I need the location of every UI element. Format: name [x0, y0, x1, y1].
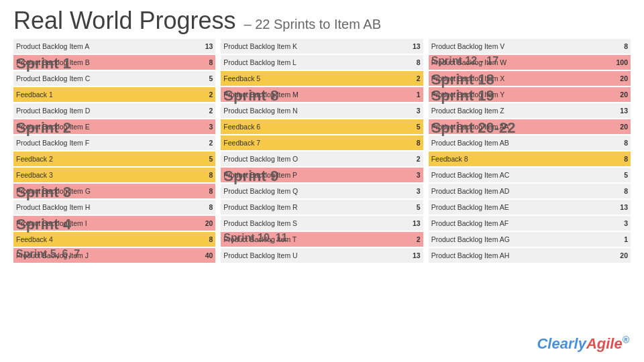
table-row: Product Backlog Item O2: [221, 152, 423, 166]
brand-logo: ClearlyAgile®: [537, 335, 629, 353]
row-label: Product Backlog Item AH: [431, 251, 613, 260]
row-number: 5: [198, 74, 213, 82]
row-label: Feedback 1: [16, 90, 198, 99]
page-title: Real World Progress – 22 Sprints to Item…: [0, 0, 644, 39]
row-number: 2: [198, 139, 213, 147]
row-label: Product Backlog Item K: [223, 42, 405, 51]
table-row: Product Backlog Item L8: [221, 55, 423, 70]
row-number: 2: [406, 155, 421, 163]
row-label: Product Backlog Item P: [223, 171, 405, 180]
row-number: 2: [406, 235, 421, 243]
row-label: Feedback 4: [16, 235, 198, 244]
row-label: Product Backlog Item T: [223, 235, 405, 244]
row-number: 13: [613, 203, 628, 211]
row-label: Product Backlog Item I: [16, 219, 198, 228]
row-number: 3: [613, 219, 628, 227]
row-number: 2: [198, 90, 213, 99]
table-row: Product Backlog Item AF3: [429, 216, 631, 231]
row-label: Product Backlog Item A: [16, 42, 198, 51]
row-label: Feedback 5: [223, 74, 405, 83]
row-number: 13: [406, 251, 421, 259]
table-row: Product Backlog Item T2: [221, 232, 423, 247]
table-row: Product Backlog Item C5: [13, 71, 215, 86]
brand-clearly: Clearly: [537, 335, 586, 352]
row-label: Product Backlog Item J: [16, 251, 198, 260]
row-number: 20: [198, 219, 213, 227]
row-label: Product Backlog Item AF: [431, 219, 613, 228]
title-subtitle: – 22 Sprints to Item AB: [244, 17, 381, 32]
table-row: Feedback 78: [221, 135, 423, 150]
table-row: Product Backlog Item Y20: [429, 87, 631, 102]
row-number: 13: [406, 42, 421, 50]
table-row: Product Backlog Item X20: [429, 71, 631, 86]
row-number: 20: [613, 90, 628, 99]
row-number: 13: [198, 42, 213, 50]
row-label: Feedback 6: [223, 123, 405, 131]
row-label: Product Backlog Item AA: [431, 123, 613, 131]
row-number: 5: [406, 123, 421, 131]
row-number: 40: [198, 251, 213, 259]
row-label: Product Backlog Item AC: [431, 171, 613, 180]
row-label: Product Backlog Item M: [223, 90, 405, 99]
brand-agile: Agile: [586, 335, 623, 352]
row-number: 5: [613, 171, 628, 179]
table-row: Product Backlog Item R5: [221, 200, 423, 215]
row-number: 8: [198, 58, 213, 66]
table-row: Product Backlog Item AA20: [429, 119, 631, 134]
row-label: Product Backlog Item Z: [431, 107, 613, 115]
table-row: Product Backlog Item G8: [13, 184, 215, 198]
table-row: Feedback 52: [221, 71, 423, 86]
table-row: Product Backlog Item M1: [221, 87, 423, 102]
row-number: 1: [406, 90, 421, 99]
row-number: 5: [198, 155, 213, 163]
table-row: Product Backlog Item AB8: [429, 135, 631, 150]
table-row: Product Backlog Item AG1: [429, 232, 631, 247]
row-number: 13: [406, 219, 421, 227]
row-number: 8: [198, 171, 213, 179]
row-label: Product Backlog Item X: [431, 74, 613, 83]
row-label: Product Backlog Item V: [431, 42, 613, 51]
table-row: Feedback 48: [13, 232, 215, 247]
table-row: Product Backlog Item AC5: [429, 168, 631, 182]
table-row: Product Backlog Item V8: [429, 39, 631, 54]
table-row: Product Backlog Item A13: [13, 39, 215, 54]
row-label: Feedback 8: [431, 155, 613, 164]
row-label: Product Backlog Item W: [431, 58, 613, 67]
row-label: Product Backlog Item G: [16, 187, 198, 196]
row-number: 8: [406, 58, 421, 66]
row-number: 8: [198, 203, 213, 211]
row-label: Product Backlog Item H: [16, 203, 198, 212]
row-number: 3: [406, 187, 421, 195]
table-row: Product Backlog Item AE13: [429, 200, 631, 215]
row-number: 8: [613, 187, 628, 195]
table-row: Product Backlog Item S13: [221, 216, 423, 231]
main-content: Product Backlog Item A13Product Backlog …: [0, 39, 644, 263]
row-number: 8: [198, 187, 213, 195]
table-row: Product Backlog Item W100: [429, 55, 631, 70]
brand-dot: ®: [623, 335, 629, 345]
table-row: Product Backlog Item I20: [13, 216, 215, 231]
row-label: Product Backlog Item C: [16, 74, 198, 83]
row-number: 20: [613, 251, 628, 259]
row-label: Feedback 3: [16, 171, 198, 180]
row-label: Product Backlog Item S: [223, 219, 405, 228]
row-label: Product Backlog Item O: [223, 155, 405, 164]
column-1: Product Backlog Item A13Product Backlog …: [13, 39, 215, 263]
column-2: Product Backlog Item K13Product Backlog …: [221, 39, 423, 263]
row-number: 2: [406, 74, 421, 82]
row-label: Product Backlog Item AD: [431, 187, 613, 196]
row-label: Feedback 7: [223, 139, 405, 147]
row-number: 8: [198, 235, 213, 243]
row-number: 13: [613, 107, 628, 115]
row-label: Product Backlog Item AB: [431, 139, 613, 147]
table-row: Product Backlog Item AH20: [429, 248, 631, 263]
table-row: Product Backlog Item D2: [13, 103, 215, 118]
table-row: Feedback 12: [13, 87, 215, 102]
row-label: Product Backlog Item L: [223, 58, 405, 67]
row-number: 8: [613, 139, 628, 147]
row-number: 5: [406, 203, 421, 211]
row-label: Product Backlog Item U: [223, 251, 405, 260]
table-row: Feedback 65: [221, 119, 423, 134]
row-number: 3: [198, 123, 213, 131]
row-label: Feedback 2: [16, 155, 198, 164]
